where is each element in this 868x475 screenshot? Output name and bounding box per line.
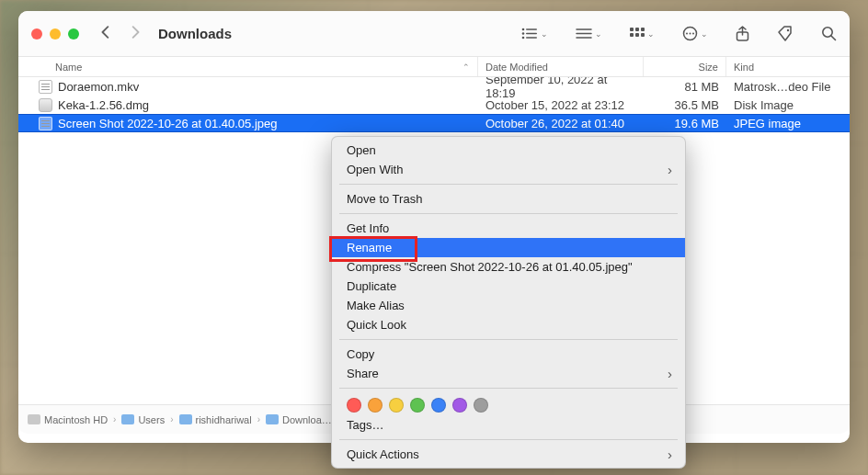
- share-grid-button[interactable]: ⌄: [630, 28, 655, 40]
- menu-tags-row: [332, 393, 685, 415]
- file-kind: Disk Image: [726, 98, 850, 112]
- minimize-window-button[interactable]: [50, 28, 61, 40]
- tag-color-dot[interactable]: [474, 398, 488, 413]
- tags-button[interactable]: [777, 26, 794, 42]
- file-date: October 26, 2022 at 01:40: [478, 117, 644, 130]
- menu-separator: [339, 339, 678, 340]
- svg-rect-9: [630, 28, 634, 31]
- path-label: Users: [138, 414, 165, 425]
- search-button[interactable]: [821, 26, 837, 41]
- svg-rect-1: [526, 28, 537, 30]
- chevron-down-icon: ⌄: [701, 29, 708, 39]
- tag-color-dot[interactable]: [347, 398, 361, 413]
- svg-rect-14: [641, 33, 645, 37]
- column-header-size[interactable]: Size: [644, 57, 726, 76]
- svg-point-0: [522, 28, 525, 31]
- svg-point-2: [522, 32, 525, 35]
- menu-separator: [339, 439, 678, 440]
- menu-separator: [339, 184, 678, 185]
- column-header-date[interactable]: Date Modified: [478, 57, 644, 76]
- path-label: rishidhariwal: [196, 414, 252, 425]
- menu-item-move-to-trash[interactable]: Move to Trash: [332, 189, 685, 209]
- svg-line-22: [831, 36, 836, 40]
- forward-button[interactable]: [129, 26, 142, 42]
- menu-item-tags[interactable]: Tags…: [332, 415, 685, 435]
- disk-icon: [28, 414, 40, 424]
- group-by-button[interactable]: ⌄: [576, 28, 602, 40]
- context-menu: OpenOpen WithMove to TrashGet InfoRename…: [331, 136, 686, 469]
- file-date: October 15, 2022 at 23:12: [478, 98, 644, 112]
- svg-rect-3: [526, 33, 537, 35]
- folder-icon: [266, 414, 279, 424]
- file-row[interactable]: Doraemon.mkv September 10, 2022 at 18:19…: [18, 77, 850, 96]
- path-separator-icon: ›: [170, 414, 173, 424]
- file-date: September 10, 2022 at 18:19: [478, 77, 644, 100]
- menu-separator: [339, 388, 678, 389]
- svg-point-16: [686, 33, 688, 35]
- menu-item-quick-actions[interactable]: Quick Actions: [332, 445, 685, 464]
- zoom-window-button[interactable]: [68, 28, 79, 40]
- path-separator-icon: ›: [113, 414, 116, 424]
- path-separator-icon: ›: [257, 414, 260, 424]
- back-button[interactable]: [99, 26, 112, 42]
- path-label: Macintosh HD: [44, 414, 108, 425]
- file-name: Keka-1.2.56.dmg: [58, 98, 149, 112]
- path-segment[interactable]: Downloa…: [266, 414, 332, 425]
- menu-item-copy[interactable]: Copy: [332, 345, 685, 364]
- tag-color-dot[interactable]: [389, 398, 404, 413]
- view-list-button[interactable]: ⌄: [521, 28, 548, 40]
- window-title: Downloads: [158, 26, 232, 41]
- menu-item-quick-look[interactable]: Quick Look: [332, 315, 685, 334]
- menu-separator: [339, 213, 678, 214]
- svg-point-17: [690, 33, 691, 35]
- path-segment[interactable]: Macintosh HD: [28, 414, 108, 425]
- file-name: Screen Shot 2022-10-26 at 01.40.05.jpeg: [58, 117, 278, 130]
- folder-icon: [179, 414, 192, 424]
- file-name: Doraemon.mkv: [58, 80, 139, 94]
- file-size: 81 MB: [644, 80, 726, 94]
- menu-item-compress-screen-shot-2022-10-26-at-01-40-05-jpeg[interactable]: Compress "Screen Shot 2022-10-26 at 01.4…: [332, 257, 685, 277]
- column-header-kind[interactable]: Kind: [726, 57, 850, 76]
- chevron-down-icon: ⌄: [647, 29, 655, 39]
- column-headers: Name⌃ Date Modified Size Kind: [18, 57, 850, 77]
- sort-ascending-icon: ⌃: [463, 62, 470, 72]
- svg-point-4: [522, 37, 525, 40]
- file-icon: [39, 98, 52, 112]
- svg-rect-12: [630, 33, 634, 37]
- menu-item-share[interactable]: Share: [332, 364, 685, 383]
- svg-rect-5: [526, 37, 537, 39]
- file-row[interactable]: Screen Shot 2022-10-26 at 01.40.05.jpeg …: [18, 114, 850, 132]
- svg-rect-13: [635, 33, 639, 37]
- menu-item-get-info[interactable]: Get Info: [332, 219, 685, 238]
- share-button[interactable]: [736, 26, 749, 42]
- svg-rect-11: [641, 28, 645, 31]
- path-label: Downloa…: [282, 414, 332, 425]
- tag-color-dot[interactable]: [452, 398, 467, 413]
- tag-color-dot[interactable]: [410, 398, 425, 413]
- menu-item-duplicate[interactable]: Duplicate: [332, 277, 685, 296]
- svg-rect-10: [635, 28, 639, 31]
- column-header-name[interactable]: Name⌃: [18, 57, 478, 76]
- menu-item-rename[interactable]: Rename: [332, 238, 685, 257]
- file-kind: JPEG image: [726, 117, 850, 130]
- file-row[interactable]: Keka-1.2.56.dmg October 15, 2022 at 23:1…: [18, 96, 850, 114]
- svg-point-20: [787, 28, 789, 30]
- file-kind: Matrosk…deo File: [726, 80, 850, 94]
- path-segment[interactable]: rishidhariwal: [179, 414, 252, 425]
- menu-item-open-with[interactable]: Open With: [332, 160, 685, 179]
- close-window-button[interactable]: [31, 28, 42, 40]
- svg-point-18: [692, 33, 694, 35]
- chevron-down-icon: ⌄: [595, 29, 602, 39]
- tag-color-dot[interactable]: [431, 398, 446, 413]
- window-controls: [31, 28, 79, 40]
- path-segment[interactable]: Users: [121, 414, 165, 425]
- file-icon: [39, 80, 52, 94]
- menu-item-make-alias[interactable]: Make Alias: [332, 296, 685, 315]
- tag-color-dot[interactable]: [368, 398, 383, 413]
- file-size: 36.5 MB: [644, 98, 726, 112]
- folder-icon: [121, 414, 134, 424]
- file-size: 19.6 MB: [644, 117, 726, 130]
- menu-item-open[interactable]: Open: [332, 141, 685, 160]
- action-button[interactable]: ⌄: [682, 26, 708, 41]
- chevron-down-icon: ⌄: [541, 29, 548, 39]
